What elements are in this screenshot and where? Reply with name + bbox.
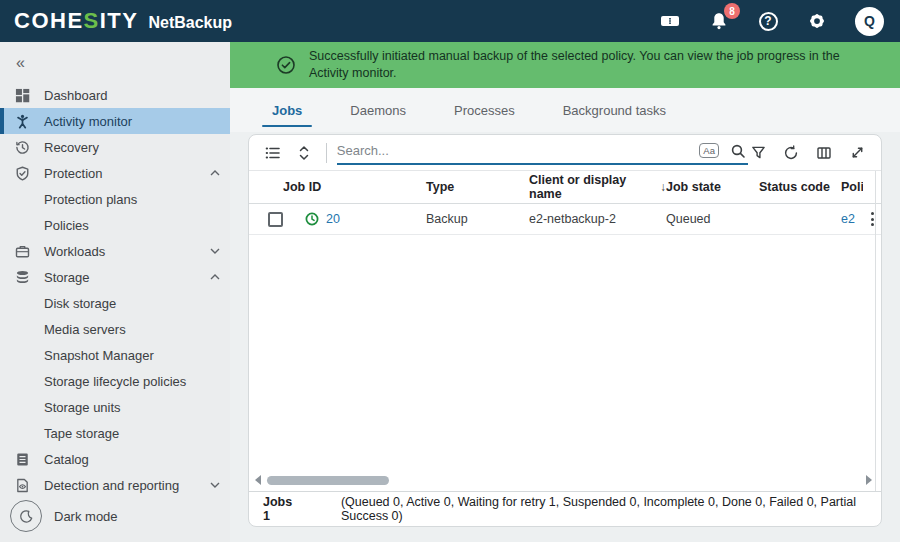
- sidebar-item-policies[interactable]: Policies: [0, 212, 230, 238]
- job-id-link[interactable]: 20: [326, 212, 340, 226]
- sidebar-collapse-button[interactable]: «: [0, 50, 40, 82]
- check-circle-icon: [276, 55, 296, 75]
- refresh-icon[interactable]: [781, 143, 801, 163]
- sidebar-item-disk-storage[interactable]: Disk storage: [0, 290, 230, 316]
- sidebar-nav: Dashboard Activity monitor Recovery: [0, 82, 230, 498]
- chevron-down-icon: [210, 248, 220, 254]
- topbar: COHESITY NetBackup 8 ? Q: [0, 0, 900, 42]
- chevron-down-icon: [210, 482, 220, 488]
- search-field: Aa: [337, 141, 748, 165]
- catalog-book-icon: [14, 451, 31, 468]
- jobs-summary: (Queued 0, Active 0, Waiting for retry 1…: [341, 495, 867, 523]
- header-type[interactable]: Type: [426, 180, 529, 194]
- header-job-id[interactable]: Job ID: [283, 180, 426, 194]
- queued-clock-icon: [305, 212, 319, 226]
- sort-rows-icon[interactable]: [294, 143, 313, 163]
- recovery-icon: [14, 139, 31, 156]
- search-icon[interactable]: [728, 141, 748, 161]
- tab-jobs[interactable]: Jobs: [248, 88, 326, 132]
- sidebar-item-media-servers[interactable]: Media servers: [0, 316, 230, 342]
- row-client: e2-netbackup-2: [529, 212, 666, 226]
- header-policy[interactable]: Policy: [841, 180, 863, 194]
- sidebar-item-storage-lifecycle-policies[interactable]: Storage lifecycle policies: [0, 368, 230, 394]
- row-policy-link[interactable]: e2: [841, 212, 855, 226]
- dark-mode-toggle[interactable]: Dark mode: [10, 500, 118, 532]
- sidebar-item-protection[interactable]: Protection: [0, 160, 230, 186]
- user-avatar[interactable]: Q: [855, 7, 884, 36]
- jobs-table-card: Aa: [248, 134, 882, 527]
- sidebar-item-dashboard[interactable]: Dashboard: [0, 82, 230, 108]
- jobs-count: Jobs 1: [263, 495, 299, 523]
- banner-message: Successfully initiated manual backup of …: [309, 48, 854, 82]
- table-header-row: Job ID Type Client or display name ↓ Job…: [249, 171, 881, 204]
- toolbar-right-icons: [748, 143, 867, 163]
- sidebar-item-storage-units[interactable]: Storage units: [0, 394, 230, 420]
- tabstrip: Jobs Daemons Processes Background tasks: [230, 88, 900, 132]
- table-row[interactable]: 20 Backup e2-netbackup-2 Queued e2: [249, 204, 881, 235]
- topbar-actions: 8 ? Q: [659, 7, 884, 36]
- row-type: Backup: [426, 212, 529, 226]
- database-icon: [14, 269, 31, 286]
- tab-background-tasks[interactable]: Background tasks: [539, 88, 690, 132]
- header-status-code[interactable]: Status code: [759, 180, 841, 194]
- vertical-scroll-track: [875, 171, 876, 491]
- columns-icon[interactable]: [814, 143, 834, 163]
- table-empty-area: [249, 235, 881, 471]
- main-content: Successfully initiated manual backup of …: [230, 42, 900, 542]
- brand-accent-letter: S: [84, 8, 100, 33]
- view-list-icon[interactable]: [263, 143, 282, 163]
- ticket-icon[interactable]: [659, 10, 681, 32]
- sidebar-item-catalog[interactable]: Catalog: [0, 446, 230, 472]
- scrollbar-thumb[interactable]: [267, 476, 389, 485]
- search-input[interactable]: [337, 143, 700, 158]
- chevron-up-icon: [210, 170, 220, 176]
- brand-logo: COHESITY NetBackup: [14, 8, 232, 34]
- product-name: NetBackup: [148, 14, 232, 32]
- table-footer: Jobs 1 (Queued 0, Active 0, Waiting for …: [249, 491, 881, 526]
- sidebar: « Dashboard Activity monitor: [0, 42, 230, 542]
- horizontal-scrollbar: [249, 471, 881, 491]
- moon-icon: [10, 500, 42, 532]
- filter-icon[interactable]: [748, 143, 768, 163]
- briefcase-icon: [14, 243, 31, 260]
- sidebar-item-storage[interactable]: Storage: [0, 264, 230, 290]
- row-checkbox[interactable]: [268, 212, 283, 227]
- brand-cohesity: COHESITY: [14, 8, 138, 34]
- scroll-left-arrow[interactable]: [255, 475, 261, 485]
- chevron-up-icon: [210, 274, 220, 280]
- netbackup-app: COHESITY NetBackup 8 ? Q «: [0, 0, 900, 542]
- notifications-bell-icon[interactable]: 8: [708, 10, 730, 32]
- report-eye-icon: [14, 477, 31, 494]
- toolbar-divider: [326, 143, 327, 163]
- expand-icon[interactable]: [847, 143, 867, 163]
- tab-daemons[interactable]: Daemons: [326, 88, 430, 132]
- activity-monitor-icon: [14, 113, 31, 130]
- dashboard-icon: [14, 87, 31, 104]
- shield-check-icon: [14, 165, 31, 182]
- notification-badge: 8: [724, 3, 740, 19]
- table-toolbar: Aa: [249, 135, 881, 171]
- help-icon[interactable]: ?: [757, 10, 779, 32]
- header-job-state[interactable]: Job state: [666, 180, 759, 194]
- success-banner: Successfully initiated manual backup of …: [230, 42, 900, 88]
- scroll-right-arrow[interactable]: [866, 475, 872, 485]
- sidebar-item-detection-and-reporting[interactable]: Detection and reporting: [0, 472, 230, 498]
- match-case-button[interactable]: Aa: [699, 143, 719, 158]
- header-client[interactable]: Client or display name ↓: [529, 173, 666, 201]
- sidebar-item-protection-plans[interactable]: Protection plans: [0, 186, 230, 212]
- tab-processes[interactable]: Processes: [430, 88, 539, 132]
- sidebar-item-activity-monitor[interactable]: Activity monitor: [0, 108, 230, 134]
- settings-gear-icon[interactable]: [806, 10, 828, 32]
- sidebar-item-snapshot-manager[interactable]: Snapshot Manager: [0, 342, 230, 368]
- sidebar-item-workloads[interactable]: Workloads: [0, 238, 230, 264]
- sidebar-item-tape-storage[interactable]: Tape storage: [0, 420, 230, 446]
- sidebar-item-recovery[interactable]: Recovery: [0, 134, 230, 160]
- row-job-state: Queued: [666, 212, 759, 226]
